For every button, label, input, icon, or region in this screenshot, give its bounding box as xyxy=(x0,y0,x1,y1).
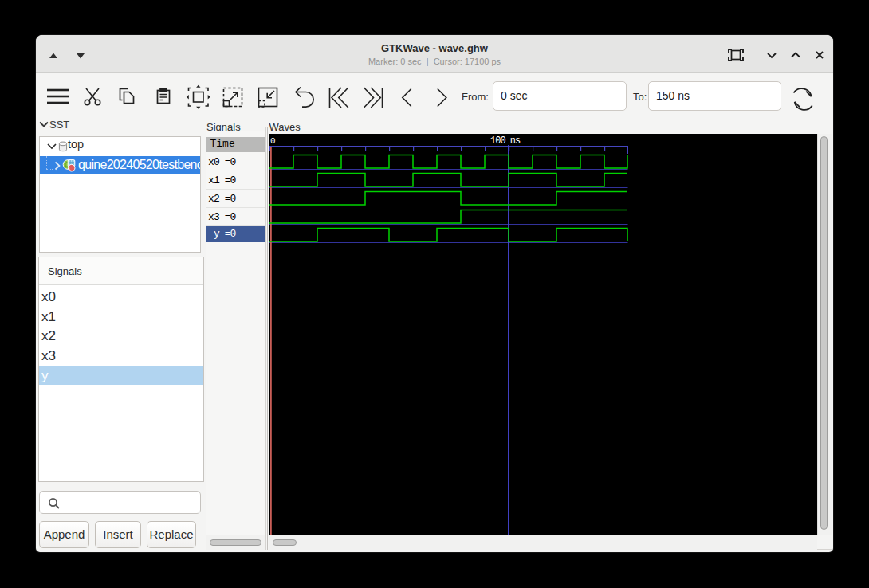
svg-text:100 ns: 100 ns xyxy=(490,135,521,147)
svg-text:0: 0 xyxy=(270,136,275,146)
